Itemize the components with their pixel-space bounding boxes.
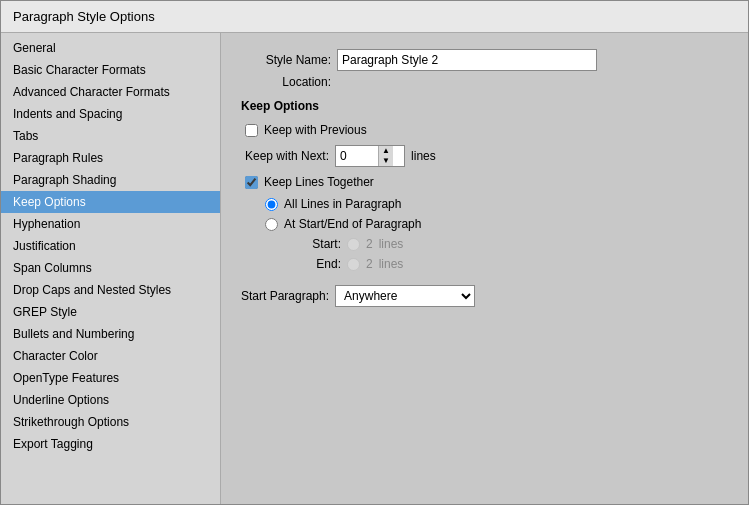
all-lines-radio[interactable] [265, 198, 278, 211]
sidebar-item[interactable]: GREP Style [1, 301, 220, 323]
sidebar: GeneralBasic Character FormatsAdvanced C… [1, 33, 221, 504]
end-lines-label: lines [379, 257, 404, 271]
dialog: Paragraph Style Options GeneralBasic Cha… [0, 0, 749, 505]
end-value-radio [347, 258, 360, 271]
keep-with-next-input[interactable] [336, 149, 378, 163]
main-panel: Style Name: Location: Keep Options Keep … [221, 33, 748, 504]
style-name-label: Style Name: [241, 53, 331, 67]
sidebar-item[interactable]: Keep Options [1, 191, 220, 213]
start-label: Start: [301, 237, 341, 251]
keep-with-previous-label: Keep with Previous [264, 123, 367, 137]
location-row: Location: [241, 75, 728, 89]
keep-with-next-spinner: ▲ ▼ [335, 145, 405, 167]
at-start-end-label: At Start/End of Paragraph [284, 217, 421, 231]
keep-lines-section: Keep Lines Together All Lines in Paragra… [241, 175, 728, 271]
keep-next-lines-label: lines [411, 149, 436, 163]
start-paragraph-select[interactable]: AnywhereNext ColumnNext FrameNext PageNe… [335, 285, 475, 307]
sidebar-item[interactable]: Character Color [1, 345, 220, 367]
all-lines-label: All Lines in Paragraph [284, 197, 401, 211]
start-value-radio [347, 238, 360, 251]
start-lines-label: lines [379, 237, 404, 251]
keep-with-previous-checkbox[interactable] [245, 124, 258, 137]
end-row: End: 2 lines [241, 257, 728, 271]
sidebar-item[interactable]: Advanced Character Formats [1, 81, 220, 103]
sidebar-item[interactable]: Underline Options [1, 389, 220, 411]
keep-with-next-row: Keep with Next: ▲ ▼ lines [241, 145, 728, 167]
sidebar-item[interactable]: Hyphenation [1, 213, 220, 235]
style-name-input[interactable] [337, 49, 597, 71]
spinner-buttons: ▲ ▼ [378, 146, 393, 166]
end-value: 2 [366, 257, 373, 271]
start-row: Start: 2 lines [241, 237, 728, 251]
at-start-end-radio[interactable] [265, 218, 278, 231]
keep-with-next-label: Keep with Next: [245, 149, 329, 163]
start-value: 2 [366, 237, 373, 251]
spinner-up-button[interactable]: ▲ [379, 146, 393, 156]
keep-lines-together-label: Keep Lines Together [264, 175, 374, 189]
sidebar-item[interactable]: Paragraph Rules [1, 147, 220, 169]
dialog-title: Paragraph Style Options [13, 9, 155, 24]
sidebar-item[interactable]: OpenType Features [1, 367, 220, 389]
start-paragraph-label: Start Paragraph: [241, 289, 329, 303]
sidebar-item[interactable]: General [1, 37, 220, 59]
keep-lines-together-row: Keep Lines Together [241, 175, 728, 189]
keep-lines-together-checkbox[interactable] [245, 176, 258, 189]
section-title: Keep Options [241, 99, 728, 113]
sidebar-item[interactable]: Paragraph Shading [1, 169, 220, 191]
location-label: Location: [241, 75, 331, 89]
spinner-down-button[interactable]: ▼ [379, 156, 393, 166]
style-name-row: Style Name: [241, 49, 728, 71]
sidebar-item[interactable]: Span Columns [1, 257, 220, 279]
keep-with-previous-row: Keep with Previous [241, 123, 728, 137]
start-paragraph-row: Start Paragraph: AnywhereNext ColumnNext… [241, 285, 728, 307]
title-bar: Paragraph Style Options [1, 1, 748, 33]
sidebar-item[interactable]: Justification [1, 235, 220, 257]
end-label: End: [301, 257, 341, 271]
sidebar-item[interactable]: Tabs [1, 125, 220, 147]
content-area: GeneralBasic Character FormatsAdvanced C… [1, 33, 748, 504]
sidebar-item[interactable]: Basic Character Formats [1, 59, 220, 81]
sidebar-item[interactable]: Indents and Spacing [1, 103, 220, 125]
sidebar-item[interactable]: Export Tagging [1, 433, 220, 455]
at-start-end-option: At Start/End of Paragraph [241, 217, 728, 231]
sidebar-item[interactable]: Bullets and Numbering [1, 323, 220, 345]
sidebar-item[interactable]: Drop Caps and Nested Styles [1, 279, 220, 301]
sidebar-item[interactable]: Strikethrough Options [1, 411, 220, 433]
all-lines-option: All Lines in Paragraph [241, 197, 728, 211]
